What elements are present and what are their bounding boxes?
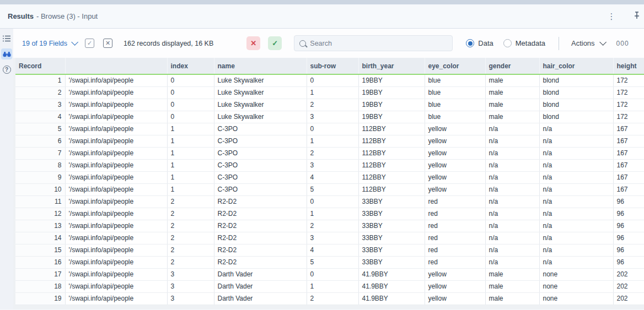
- data-cell[interactable]: 96: [613, 220, 644, 232]
- data-cell[interactable]: R2-D2: [214, 256, 307, 268]
- record-number-cell[interactable]: 1: [15, 74, 65, 86]
- data-cell[interactable]: '/swapi.info/api/people: [65, 183, 167, 195]
- data-cell[interactable]: 1: [307, 208, 358, 220]
- data-cell[interactable]: none: [539, 268, 613, 280]
- data-cell[interactable]: 112BBY: [358, 135, 425, 147]
- record-number-cell[interactable]: 3: [15, 99, 65, 111]
- data-cell[interactable]: 96: [613, 232, 644, 244]
- data-cell[interactable]: Darth Vader: [214, 268, 307, 280]
- data-cell[interactable]: male: [485, 86, 539, 99]
- data-cell[interactable]: 172: [613, 74, 644, 86]
- record-number-cell[interactable]: 9: [15, 171, 65, 183]
- data-cell[interactable]: yellow: [425, 123, 485, 135]
- data-cell[interactable]: red: [425, 220, 485, 232]
- search-input[interactable]: [310, 40, 447, 47]
- data-cell[interactable]: 19BBY: [358, 74, 425, 86]
- data-cell[interactable]: 41.9BBY: [358, 292, 425, 304]
- data-cell[interactable]: 3: [307, 232, 358, 244]
- data-cell[interactable]: 19BBY: [358, 86, 425, 99]
- data-cell[interactable]: '/swapi.info/api/people: [65, 135, 167, 147]
- help-icon[interactable]: ?: [1, 64, 12, 75]
- data-cell[interactable]: n/a: [539, 183, 613, 195]
- data-cell[interactable]: '/swapi.info/api/people: [65, 256, 167, 268]
- data-cell[interactable]: 2: [167, 256, 214, 268]
- data-cell[interactable]: 2: [307, 292, 358, 304]
- data-cell[interactable]: yellow: [425, 135, 485, 147]
- data-cell[interactable]: 1: [167, 183, 214, 195]
- data-cell[interactable]: n/a: [539, 171, 613, 183]
- column-header-Record[interactable]: Record: [15, 58, 65, 74]
- data-cell[interactable]: n/a: [485, 171, 539, 183]
- radio-data[interactable]: Data: [466, 39, 493, 47]
- record-number-cell[interactable]: 14: [15, 232, 65, 244]
- data-cell[interactable]: 3: [167, 292, 214, 304]
- data-cell[interactable]: 1: [167, 147, 214, 159]
- data-cell[interactable]: 172: [613, 86, 644, 99]
- data-cell[interactable]: 167: [613, 135, 644, 147]
- search-box[interactable]: [294, 35, 453, 51]
- data-cell[interactable]: C-3PO: [214, 183, 307, 195]
- data-cell[interactable]: 0: [307, 268, 358, 280]
- data-cell[interactable]: 33BBY: [358, 220, 425, 232]
- record-number-cell[interactable]: 5: [15, 123, 65, 135]
- data-cell[interactable]: yellow: [425, 147, 485, 159]
- data-cell[interactable]: Luke Skywalker: [214, 86, 307, 99]
- data-cell[interactable]: n/a: [485, 256, 539, 268]
- record-number-cell[interactable]: 11: [15, 195, 65, 208]
- data-cell[interactable]: Luke Skywalker: [214, 74, 307, 86]
- data-cell[interactable]: yellow: [425, 292, 485, 304]
- data-cell[interactable]: '/swapi.info/api/people: [65, 111, 167, 123]
- data-cell[interactable]: n/a: [485, 135, 539, 147]
- cancel-button[interactable]: ✕: [246, 36, 260, 50]
- data-cell[interactable]: male: [485, 268, 539, 280]
- record-number-cell[interactable]: 16: [15, 256, 65, 268]
- data-cell[interactable]: 167: [613, 123, 644, 135]
- data-cell[interactable]: n/a: [539, 195, 613, 208]
- fields-dropdown[interactable]: 19 of 19 Fields: [22, 40, 76, 47]
- record-number-cell[interactable]: 13: [15, 220, 65, 232]
- data-cell[interactable]: blond: [539, 99, 613, 111]
- column-header-eye_color[interactable]: eye_color: [425, 58, 485, 74]
- data-cell[interactable]: n/a: [539, 244, 613, 256]
- data-cell[interactable]: blue: [425, 99, 485, 111]
- data-cell[interactable]: 167: [613, 147, 644, 159]
- data-cell[interactable]: 33BBY: [358, 232, 425, 244]
- data-cell[interactable]: 2: [167, 195, 214, 208]
- data-cell[interactable]: 5: [307, 256, 358, 268]
- data-cell[interactable]: 202: [613, 268, 644, 280]
- data-cell[interactable]: '/swapi.info/api/people: [65, 280, 167, 292]
- data-cell[interactable]: n/a: [485, 244, 539, 256]
- data-cell[interactable]: n/a: [485, 159, 539, 171]
- list-icon[interactable]: [1, 33, 12, 44]
- data-cell[interactable]: 2: [167, 220, 214, 232]
- data-cell[interactable]: blond: [539, 111, 613, 123]
- data-cell[interactable]: none: [539, 292, 613, 304]
- data-cell[interactable]: 33BBY: [358, 195, 425, 208]
- data-cell[interactable]: blue: [425, 86, 485, 99]
- data-cell[interactable]: n/a: [485, 123, 539, 135]
- data-cell[interactable]: n/a: [485, 147, 539, 159]
- data-cell[interactable]: male: [485, 99, 539, 111]
- data-cell[interactable]: n/a: [485, 232, 539, 244]
- data-cell[interactable]: 96: [613, 244, 644, 256]
- data-cell[interactable]: 0: [167, 86, 214, 99]
- record-number-cell[interactable]: 7: [15, 147, 65, 159]
- data-cell[interactable]: 2: [167, 232, 214, 244]
- data-cell[interactable]: n/a: [485, 220, 539, 232]
- data-cell[interactable]: 1: [167, 159, 214, 171]
- data-cell[interactable]: 19BBY: [358, 99, 425, 111]
- data-cell[interactable]: 112BBY: [358, 147, 425, 159]
- data-cell[interactable]: 19BBY: [358, 111, 425, 123]
- data-cell[interactable]: 96: [613, 256, 644, 268]
- data-cell[interactable]: 3: [167, 280, 214, 292]
- record-number-cell[interactable]: 4: [15, 111, 65, 123]
- data-cell[interactable]: R2-D2: [214, 195, 307, 208]
- data-cell[interactable]: red: [425, 195, 485, 208]
- data-cell[interactable]: 2: [307, 220, 358, 232]
- radio-metadata[interactable]: Metadata: [503, 39, 545, 47]
- kebab-menu-icon[interactable]: ⋮: [605, 13, 618, 20]
- record-number-cell[interactable]: 17: [15, 268, 65, 280]
- data-cell[interactable]: 112BBY: [358, 183, 425, 195]
- data-cell[interactable]: 96: [613, 208, 644, 220]
- data-cell[interactable]: 112BBY: [358, 171, 425, 183]
